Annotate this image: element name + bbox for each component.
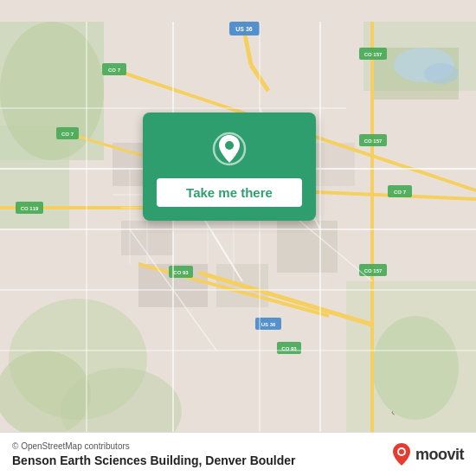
moovit-pin-icon bbox=[391, 442, 412, 466]
location-card: Take me there bbox=[143, 113, 316, 221]
svg-text:CO 119: CO 119 bbox=[21, 206, 39, 211]
svg-point-74 bbox=[399, 449, 404, 454]
svg-text:CO 157: CO 157 bbox=[364, 52, 383, 57]
moovit-brand-text: moovit bbox=[415, 446, 464, 464]
bottom-info: © OpenStreetMap contributors Benson Eart… bbox=[12, 441, 296, 467]
pin-icon bbox=[210, 130, 248, 168]
svg-point-12 bbox=[372, 316, 459, 420]
svg-text:CO 157: CO 157 bbox=[364, 268, 383, 273]
map-background: US 36 CO 7 CO 157 CO 157 CO 157 CO 7 US … bbox=[0, 0, 476, 476]
svg-point-72 bbox=[225, 141, 234, 150]
svg-text:US 36: US 36 bbox=[261, 322, 276, 327]
osm-credit: © OpenStreetMap contributors bbox=[12, 441, 296, 451]
svg-point-7 bbox=[424, 63, 459, 84]
svg-text:CO 93: CO 93 bbox=[173, 270, 189, 275]
svg-text:CO 157: CO 157 bbox=[364, 138, 383, 144]
svg-text:CO 7: CO 7 bbox=[108, 68, 121, 73]
take-me-there-button[interactable]: Take me there bbox=[157, 178, 302, 207]
moovit-logo: moovit bbox=[391, 442, 464, 466]
map-container: US 36 CO 7 CO 157 CO 157 CO 157 CO 7 US … bbox=[0, 0, 476, 476]
svg-text:US 36: US 36 bbox=[235, 26, 253, 32]
location-name: Benson Earth Sciences Building, Denver B… bbox=[12, 453, 296, 467]
svg-text:CO 7: CO 7 bbox=[61, 132, 74, 137]
svg-text:CO 7: CO 7 bbox=[394, 190, 407, 195]
bottom-bar: © OpenStreetMap contributors Benson Eart… bbox=[0, 432, 476, 476]
